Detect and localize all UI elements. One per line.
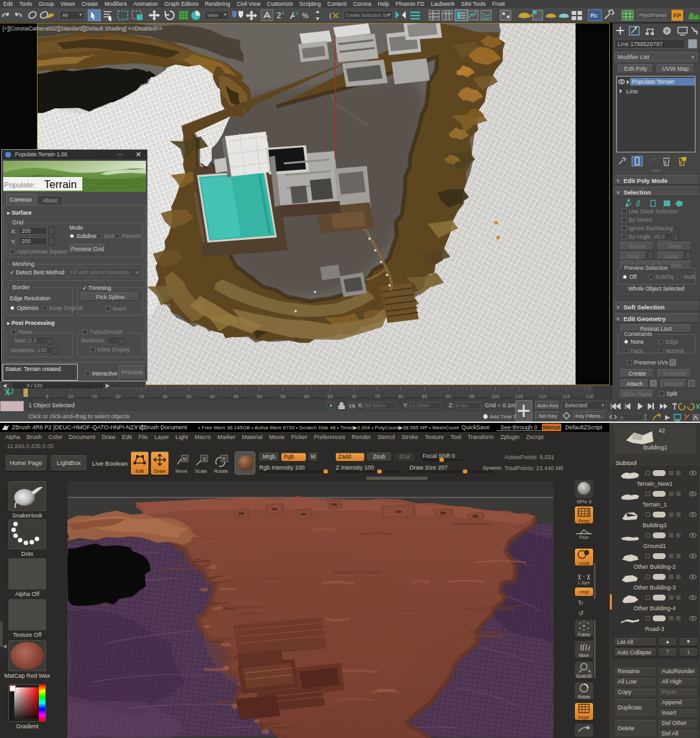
svg-text:,: , bbox=[321, 13, 322, 19]
svg-text:R: R bbox=[222, 457, 226, 461]
svg-text:Create Selection Se: Create Selection Se bbox=[345, 12, 389, 18]
svg-text:100: 100 bbox=[491, 394, 500, 399]
svg-text:S: S bbox=[203, 457, 206, 461]
svg-text:70: 70 bbox=[351, 394, 356, 399]
svg-text:60: 60 bbox=[304, 394, 309, 399]
svg-text:55: 55 bbox=[280, 394, 285, 399]
svg-text:40: 40 bbox=[209, 394, 215, 399]
svg-text:FP: FP bbox=[673, 12, 681, 19]
svg-text:110: 110 bbox=[539, 394, 546, 399]
svg-text:M: M bbox=[183, 457, 187, 461]
svg-text:15: 15 bbox=[91, 394, 97, 399]
svg-text:%: % bbox=[302, 12, 309, 19]
svg-text:80: 80 bbox=[398, 394, 403, 399]
svg-text:View: View bbox=[207, 12, 218, 18]
svg-text:65: 65 bbox=[327, 394, 332, 399]
svg-text:PhysXPainter: PhysXPainter bbox=[639, 13, 667, 18]
svg-text:2: 2 bbox=[277, 11, 281, 20]
svg-text:Line: Line bbox=[626, 88, 638, 95]
svg-text:115: 115 bbox=[562, 394, 570, 399]
svg-text:120: 120 bbox=[586, 394, 594, 399]
svg-text:85: 85 bbox=[422, 394, 427, 399]
svg-text:(: ( bbox=[329, 12, 332, 19]
svg-text:95: 95 bbox=[469, 394, 474, 399]
svg-text:Terrain: Terrain bbox=[44, 178, 76, 190]
svg-text:90: 90 bbox=[445, 394, 450, 399]
svg-text:105: 105 bbox=[515, 394, 523, 399]
svg-text:25: 25 bbox=[139, 394, 144, 399]
svg-text:20: 20 bbox=[115, 394, 121, 399]
svg-text:50: 50 bbox=[257, 394, 262, 399]
svg-text:s: s bbox=[282, 10, 285, 15]
svg-text:0: 0 bbox=[620, 415, 624, 421]
svg-text:30: 30 bbox=[162, 394, 167, 399]
svg-text:5: 5 bbox=[46, 394, 49, 399]
svg-text:2: 2 bbox=[296, 11, 298, 16]
svg-text:Rc: Rc bbox=[590, 12, 598, 19]
svg-text:10: 10 bbox=[68, 394, 73, 399]
svg-text:75: 75 bbox=[375, 394, 380, 399]
svg-text:All: All bbox=[62, 12, 68, 18]
svg-text:45: 45 bbox=[233, 394, 239, 399]
svg-text:35: 35 bbox=[186, 394, 191, 399]
svg-text:Populate:: Populate: bbox=[4, 181, 36, 189]
